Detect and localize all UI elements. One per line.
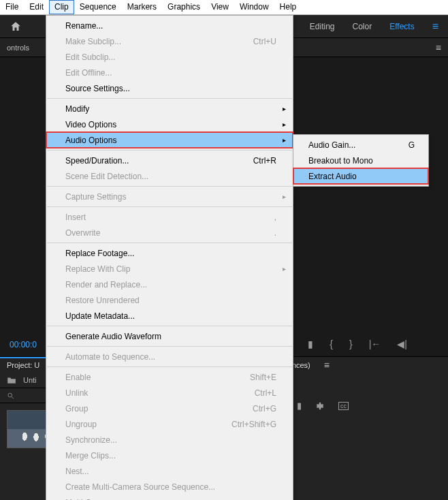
go-to-in-icon[interactable]: |← [369,339,381,349]
mi-source-settings[interactable]: Source Settings... [46,80,293,96]
bin-icon [7,376,16,384]
project-tab[interactable]: Project: U [0,361,46,369]
smi-audio-gain[interactable]: Audio Gain...G [293,137,428,153]
settings-icon[interactable] [315,401,325,411]
mi-modify[interactable]: Modify▸ [46,101,293,116]
mi-generate-waveform[interactable]: Generate Audio Waveform [46,328,293,344]
menu-separator [47,150,292,151]
workspace-menu-icon[interactable]: ≡ [432,20,438,33]
mi-group[interactable]: GroupCtrl+G [46,401,293,416]
menu-edit[interactable]: Edit [24,0,49,14]
in-bracket-icon[interactable]: { [330,339,333,349]
mi-create-mcs[interactable]: Create Multi-Camera Source Sequence... [46,479,293,495]
mi-automate[interactable]: Automate to Sequence... [46,349,293,364]
audio-options-submenu: Audio Gain...G Breakout to Mono Extract … [293,134,429,187]
menu-separator [47,346,292,347]
submenu-arrow-icon: ▸ [283,136,286,144]
mi-edit-offline[interactable]: Edit Offline... [46,65,293,80]
menu-separator [47,206,292,207]
menu-separator [47,98,292,99]
submenu-arrow-icon: ▸ [283,193,286,200]
marker-icon[interactable]: ▮ [308,339,313,349]
panel-menu-icon[interactable]: ≡ [436,42,448,53]
timeline-menu-icon[interactable]: ≡ [324,360,330,371]
menu-sequence[interactable]: Sequence [74,0,122,14]
submenu-arrow-icon: ▸ [283,121,286,128]
mi-scene-edit[interactable]: Scene Edit Detection... [46,168,293,184]
workspace-tabs: Editing Color Effects ≡ [310,20,448,33]
mi-edit-subclip[interactable]: Edit Subclip... [46,49,293,65]
step-back-icon[interactable]: ◀| [397,339,407,349]
mi-multi-camera[interactable]: Multi-Camera▸ [46,495,293,500]
svg-point-0 [8,393,12,397]
clip-menu: Rename... Make Subclip...Ctrl+U Edit Sub… [46,15,293,500]
caption-icon[interactable]: cc [338,402,349,410]
mi-insert[interactable]: Insert, [46,209,293,225]
mi-synchronize[interactable]: Synchronize... [46,432,293,448]
smi-breakout-mono[interactable]: Breakout to Mono [293,153,428,168]
menu-graphics[interactable]: Graphics [162,0,206,14]
mi-merge-clips[interactable]: Merge Clips... [46,448,293,463]
mi-audio-options[interactable]: Audio Options▸ [46,132,293,148]
menubar: File Edit Clip Sequence Markers Graphics… [0,0,448,15]
search-icon [7,392,14,400]
mi-replace-with-clip[interactable]: Replace With Clip▸ [46,261,293,277]
mi-restore-unrendered[interactable]: Restore Unrendered [46,292,293,308]
home-icon [10,20,22,33]
menu-help[interactable]: Help [274,0,302,14]
menu-view[interactable]: View [206,0,234,14]
menu-separator [47,326,292,326]
workspace-editing[interactable]: Editing [310,22,335,31]
home-button[interactable] [0,20,31,33]
mi-ungroup[interactable]: UngroupCtrl+Shift+G [46,416,293,432]
mi-speed-duration[interactable]: Speed/Duration...Ctrl+R [46,153,293,168]
mi-video-options[interactable]: Video Options▸ [46,116,293,132]
menu-window[interactable]: Window [234,0,274,14]
mi-rename[interactable]: Rename... [46,18,293,33]
out-bracket-icon[interactable]: } [349,339,353,349]
monitor-timecode[interactable]: 00:00:0 [10,340,37,349]
mi-update-metadata[interactable]: Update Metadata... [46,308,293,324]
menu-separator [47,186,292,187]
bin-name[interactable]: Unti [23,376,37,384]
monitor-controls: ▮ { } |← ◀| [308,339,407,349]
mi-enable[interactable]: EnableShift+E [46,369,293,385]
mi-unlink[interactable]: UnlinkCtrl+L [46,385,293,401]
mi-capture-settings[interactable]: Capture Settings▸ [46,189,293,204]
menu-separator [47,366,292,367]
submenu-arrow-icon: ▸ [283,265,286,272]
panel-title: ontrols [0,44,36,52]
marker-tool-icon[interactable]: ▮ [297,401,302,411]
menu-markers[interactable]: Markers [122,0,162,14]
mi-overwrite[interactable]: Overwrite. [46,225,293,240]
mi-render-replace[interactable]: Render and Replace... [46,277,293,292]
workspace-color[interactable]: Color [353,22,372,31]
menu-file[interactable]: File [0,0,24,14]
menu-separator [47,243,292,243]
mi-nest[interactable]: Nest... [46,463,293,479]
svg-line-1 [12,396,14,399]
mi-replace-footage[interactable]: Replace Footage... [46,245,293,261]
submenu-arrow-icon: ▸ [283,105,286,112]
mi-make-subclip[interactable]: Make Subclip...Ctrl+U [46,33,293,49]
menu-clip[interactable]: Clip [49,0,74,14]
workspace-effects[interactable]: Effects [389,22,414,31]
smi-extract-audio[interactable]: Extract Audio [293,168,428,184]
